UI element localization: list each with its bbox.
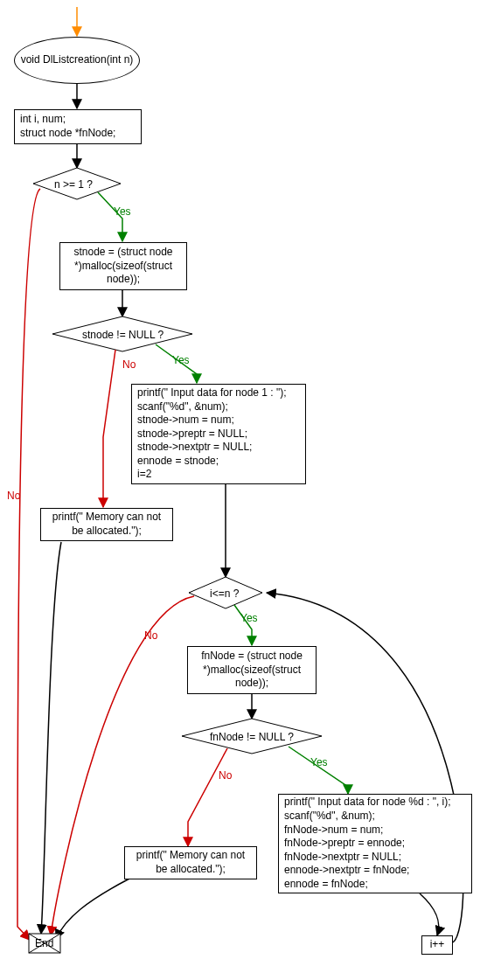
malloc-fnnode: fnNode = (struct node *)malloc(sizeof(st… — [187, 646, 317, 694]
cond-fn-yes-label: Yes — [310, 756, 328, 768]
decision-loop-text: i<=n ? — [210, 587, 239, 600]
malloc-stnode-text: stnode = (struct node *)malloc(sizeof(st… — [66, 246, 181, 287]
decision-stnode-null-text: stnode != NULL ? — [82, 329, 164, 341]
decision-loop: i<=n ? — [210, 587, 239, 601]
cond-n-yes-label: Yes — [114, 205, 131, 218]
decision-fnnode-null-text: fnNode != NULL ? — [210, 731, 294, 743]
decision-n-ge-1-text: n >= 1 ? — [54, 178, 93, 191]
decision-n-ge-1: n >= 1 ? — [54, 178, 93, 192]
function-declaration-text: void DlListcreation(int n) — [21, 53, 134, 67]
malloc-fnnode-text: fnNode = (struct node *)malloc(sizeof(st… — [193, 650, 310, 691]
cond-n-no-label: No — [7, 490, 20, 502]
cond-loop-no-label: No — [144, 629, 157, 642]
memory-error-2-text: printf(" Memory can not be allocated."); — [130, 849, 251, 876]
memory-error-1-text: printf(" Memory can not be allocated."); — [46, 511, 167, 538]
end-label: End — [35, 937, 53, 949]
cond-fn-no-label: No — [219, 769, 232, 782]
increment: i++ — [421, 935, 453, 955]
loop-body: printf(" Input data for node %d : ", i);… — [278, 794, 472, 893]
function-declaration: void DlListcreation(int n) — [14, 37, 140, 84]
malloc-stnode: stnode = (struct node *)malloc(sizeof(st… — [59, 242, 187, 290]
init-stnode-text: printf(" Input data for node 1 : "); sca… — [137, 386, 287, 482]
loop-body-text: printf(" Input data for node %d : ", i);… — [284, 796, 451, 891]
init-stnode: printf(" Input data for node 1 : "); sca… — [131, 384, 306, 484]
cond-st-yes-label: Yes — [172, 354, 190, 366]
decision-stnode-null: stnode != NULL ? — [82, 329, 164, 343]
cond-st-no-label: No — [122, 358, 136, 371]
memory-error-1: printf(" Memory can not be allocated."); — [40, 508, 173, 541]
cond-loop-yes-label: Yes — [240, 612, 258, 624]
increment-text: i++ — [430, 938, 445, 952]
memory-error-2: printf(" Memory can not be allocated."); — [124, 846, 257, 879]
variable-declaration-text: int i, num; struct node *fnNode; — [20, 113, 115, 140]
decision-fnnode-null: fnNode != NULL ? — [210, 731, 294, 745]
variable-declaration: int i, num; struct node *fnNode; — [14, 109, 142, 144]
